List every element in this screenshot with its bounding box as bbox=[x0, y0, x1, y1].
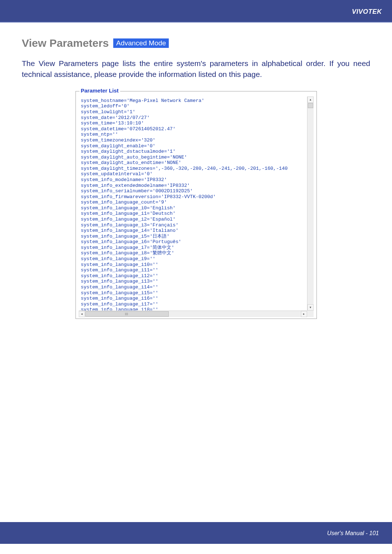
scroll-down-icon[interactable]: ▾ bbox=[307, 304, 314, 311]
page-footer: User's Manual - 101 bbox=[327, 530, 379, 537]
vertical-scroll-thumb[interactable] bbox=[308, 103, 313, 108]
horizontal-scroll-thumb[interactable] bbox=[85, 311, 169, 317]
scroll-up-icon[interactable]: ▴ bbox=[307, 97, 314, 103]
panel-title: Parameter List bbox=[79, 87, 120, 94]
horizontal-scrollbar[interactable]: ◂ ▸ bbox=[79, 311, 314, 317]
page-title: View Parameters bbox=[22, 37, 109, 49]
scroll-right-icon[interactable]: ▸ bbox=[301, 311, 307, 317]
brand-label: VIVOTEK bbox=[352, 8, 382, 16]
scroll-left-icon[interactable]: ◂ bbox=[79, 311, 85, 317]
vertical-scrollbar[interactable]: ▴ ▾ bbox=[307, 97, 314, 311]
header-bar: VIVOTEK bbox=[0, 0, 392, 22]
parameter-scroll-area[interactable]: system_hostname='Mega-Pixel Network Came… bbox=[79, 97, 314, 317]
scroll-corner bbox=[307, 311, 314, 317]
mode-badge: Advanced Mode bbox=[113, 38, 169, 48]
page-description: The View Parameters page lists the entir… bbox=[22, 58, 370, 80]
parameter-list-panel: Parameter List system_hostname='Mega-Pix… bbox=[75, 91, 317, 319]
parameter-text: system_hostname='Mega-Pixel Network Came… bbox=[79, 97, 314, 313]
